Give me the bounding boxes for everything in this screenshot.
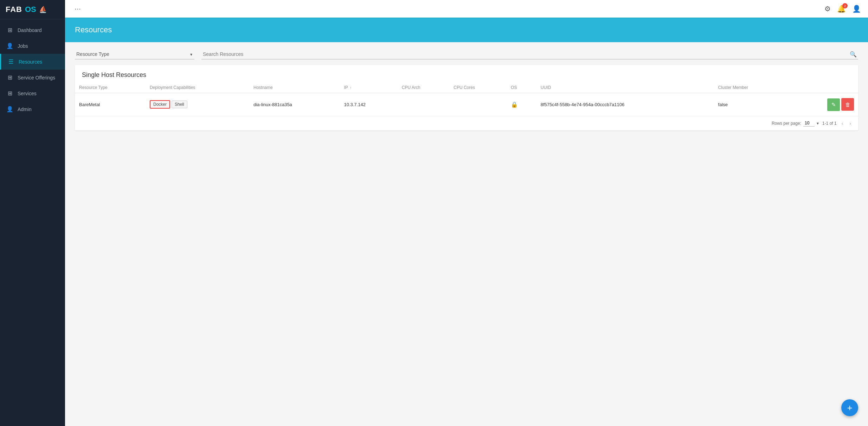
table-header-row: Resource Type Deployment Capabilities Ho… [75,82,858,93]
rows-per-page-select[interactable]: 10 25 50 [803,120,815,127]
topbar: ⋯ ⚙ 🔔 2 👤 [65,0,868,18]
settings-icon: ⚙ [824,5,831,13]
rows-per-page-label: Rows per page: [772,121,801,126]
search-wrap: 🔍 [201,49,858,59]
cell-cpu-arch [398,93,449,116]
cell-uuid: 8f575c4f-558b-4e74-954a-00cccb7a1106 [536,93,714,116]
col-resource-type: Resource Type [75,82,146,93]
sidebar-item-admin-label: Admin [18,106,32,112]
cell-hostname: dia-linux-881ca35a [249,93,340,116]
col-hostname: Hostname [249,82,340,93]
service-offerings-icon: ⊞ [6,74,13,81]
table-card: Single Host Resources Resource Type Depl… [75,65,858,130]
user-avatar-icon: 👤 [852,5,861,13]
resource-table: Resource Type Deployment Capabilities Ho… [75,82,858,116]
services-icon: ⊞ [6,90,13,97]
sidebar-item-dashboard-label: Dashboard [18,27,42,33]
section-title: Single Host Resources [75,65,858,82]
search-input[interactable] [201,49,858,59]
sidebar-item-services-label: Services [18,91,37,96]
col-actions [788,82,858,93]
ip-sort-icon: ↑ [350,86,352,90]
resources-icon: ☰ [7,58,14,65]
notification-badge: 2 [842,3,848,8]
rows-per-page: Rows per page: 10 25 50 ▾ [772,120,819,127]
edit-icon: ✎ [831,102,836,108]
edit-resource-button[interactable]: ✎ [827,98,840,111]
cell-deployment-capabilities: DockerShell [146,93,249,116]
page-header: Resources [65,18,868,42]
os-icon: 🔒 [511,102,518,108]
col-os: OS [507,82,536,93]
table-row: BareMetalDockerShelldia-linux-881ca35a10… [75,93,858,116]
cell-actions: ✎🗑 [788,93,858,116]
logo-fab-text: FAB [6,5,22,14]
cell-cluster-member: false [714,93,788,116]
sidebar-item-services[interactable]: ⊞ Services [0,85,65,101]
sidebar-nav: ⊞ Dashboard 👤 Jobs ☰ Resources ⊞ Service… [0,19,65,426]
col-ip[interactable]: IP ↑ [340,82,397,93]
topbar-left: ⋯ [72,3,83,14]
page-body: Resource Type ▾ 🔍 Single Host Resources [65,42,868,137]
sidebar-item-dashboard[interactable]: ⊞ Dashboard [0,22,65,38]
notifications-button[interactable]: 🔔 2 [837,5,846,13]
next-page-button[interactable]: › [848,120,853,127]
settings-button[interactable]: ⚙ [824,5,831,13]
main-container: ⋯ ⚙ 🔔 2 👤 Resources Resource Typ [65,0,868,426]
cell-cpu-cores [449,93,507,116]
add-resource-button[interactable]: + [841,399,858,416]
more-options-button[interactable]: ⋯ [72,3,83,14]
cell-resource-type: BareMetal [75,93,146,116]
resource-type-filter-wrap: Resource Type ▾ [75,49,194,59]
sidebar-item-jobs[interactable]: 👤 Jobs [0,38,65,54]
search-icon: 🔍 [850,51,857,57]
logo-icon: ⛵ [39,6,47,13]
sidebar-item-admin[interactable]: 👤 Admin [0,101,65,117]
col-cluster-member: Cluster Member [714,82,788,93]
admin-icon: 👤 [6,106,13,112]
col-deployment-capabilities: Deployment Capabilities [146,82,249,93]
col-cpu-arch: CPU Arch [398,82,449,93]
delete-resource-button[interactable]: 🗑 [841,98,854,111]
capability-chip-shell: Shell [172,101,187,108]
sidebar: FABOS ⛵ ⊞ Dashboard 👤 Jobs ☰ Resources ⊞… [0,0,65,426]
page-info: 1-1 of 1 [822,121,837,126]
sidebar-item-service-offerings[interactable]: ⊞ Service Offerings [0,70,65,85]
cell-ip: 10.3.7.142 [340,93,397,116]
prev-page-button[interactable]: ‹ [840,120,845,127]
filters-row: Resource Type ▾ 🔍 [75,49,858,59]
add-icon: + [847,402,852,413]
dashboard-icon: ⊞ [6,27,13,33]
logo: FABOS ⛵ [0,0,65,19]
search-button[interactable]: 🔍 [850,51,857,58]
content: Resources Resource Type ▾ 🔍 [65,18,868,426]
resource-type-select[interactable]: Resource Type [75,49,194,59]
logo-os-text: OS [25,5,36,14]
user-profile-button[interactable]: 👤 [852,5,861,13]
cell-os: 🔒 [507,93,536,116]
sidebar-item-resources-label: Resources [19,59,42,65]
col-uuid: UUID [536,82,714,93]
capability-chip-docker: Docker [150,100,170,109]
jobs-icon: 👤 [6,43,13,49]
sidebar-item-resources[interactable]: ☰ Resources [0,54,65,70]
col-cpu-cores: CPU Cores [449,82,507,93]
page-title: Resources [75,25,112,34]
sidebar-item-jobs-label: Jobs [18,43,28,49]
sidebar-item-service-offerings-label: Service Offerings [18,75,55,80]
delete-icon: 🗑 [845,102,850,108]
rows-per-page-dropdown-icon: ▾ [817,121,819,126]
pagination-row: Rows per page: 10 25 50 ▾ 1-1 of 1 ‹ › [75,116,858,130]
topbar-right: ⚙ 🔔 2 👤 [824,5,861,13]
